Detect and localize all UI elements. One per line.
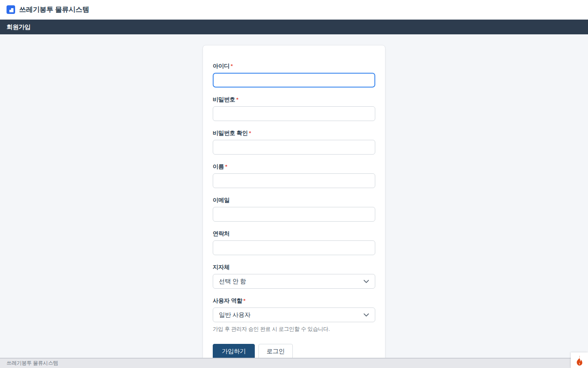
field-password-confirm: 비밀번호 확인* <box>213 130 375 155</box>
field-phone: 연락처 <box>213 230 375 255</box>
password-input[interactable] <box>213 106 375 121</box>
municipality-label: 지자체 <box>213 264 375 271</box>
field-password: 비밀번호* <box>213 96 375 121</box>
page-title-bar: 회원가입 <box>0 20 588 34</box>
login-button[interactable]: 로그인 <box>258 344 293 358</box>
form-actions: 가입하기 로그인 <box>213 344 375 358</box>
field-user-role: 사용자 역할* 일반 사용자 가입 후 관리자 승인 완료 시 로그인할 수 있… <box>213 297 375 333</box>
phone-input[interactable] <box>213 240 375 255</box>
app-logo-icon <box>7 5 15 14</box>
field-name: 이름* <box>213 163 375 188</box>
user-role-select[interactable]: 일반 사용자 <box>213 307 375 322</box>
approval-help-text: 가입 후 관리자 승인 완료 시 로그인할 수 있습니다. <box>213 325 375 333</box>
required-asterisk: * <box>225 164 227 170</box>
app-header: 쓰레기봉투 물류시스템 <box>0 0 588 20</box>
field-email: 이메일 <box>213 197 375 222</box>
required-asterisk: * <box>243 298 245 304</box>
password-confirm-input[interactable] <box>213 140 375 155</box>
chevron-down-icon <box>363 280 369 283</box>
required-asterisk: * <box>231 63 233 69</box>
field-municipality: 지자체 선택 안 함 <box>213 264 375 289</box>
debug-toolbar-toggle[interactable] <box>571 352 588 368</box>
required-asterisk: * <box>236 96 238 103</box>
field-userid: 아이디* <box>213 63 375 88</box>
phone-label: 연락처 <box>213 230 375 238</box>
userid-label: 아이디* <box>213 63 375 70</box>
municipality-select[interactable]: 선택 안 함 <box>213 274 375 289</box>
main-content: 아이디* 비밀번호* 비밀번호 확인* 이름* 이메일 <box>0 34 588 358</box>
chevron-down-icon <box>363 313 369 317</box>
flame-icon <box>575 355 584 366</box>
name-label: 이름* <box>213 163 375 171</box>
email-label: 이메일 <box>213 197 375 204</box>
user-role-label: 사용자 역할* <box>213 297 375 305</box>
user-role-selected-value: 일반 사용자 <box>219 311 250 319</box>
email-field[interactable] <box>213 207 375 222</box>
municipality-selected-value: 선택 안 함 <box>219 278 246 285</box>
app-title: 쓰레기봉투 물류시스템 <box>19 5 89 14</box>
signup-button[interactable]: 가입하기 <box>213 344 255 358</box>
signup-form-card: 아이디* 비밀번호* 비밀번호 확인* 이름* 이메일 <box>203 45 385 358</box>
page-footer: 쓰레기봉투 물류시스템 <box>0 358 588 368</box>
footer-text: 쓰레기봉투 물류시스템 <box>7 360 58 367</box>
required-asterisk: * <box>249 130 251 136</box>
userid-input[interactable] <box>213 73 375 88</box>
name-input[interactable] <box>213 173 375 188</box>
password-confirm-label: 비밀번호 확인* <box>213 130 375 137</box>
password-label: 비밀번호* <box>213 96 375 103</box>
page-title: 회원가입 <box>7 23 31 31</box>
